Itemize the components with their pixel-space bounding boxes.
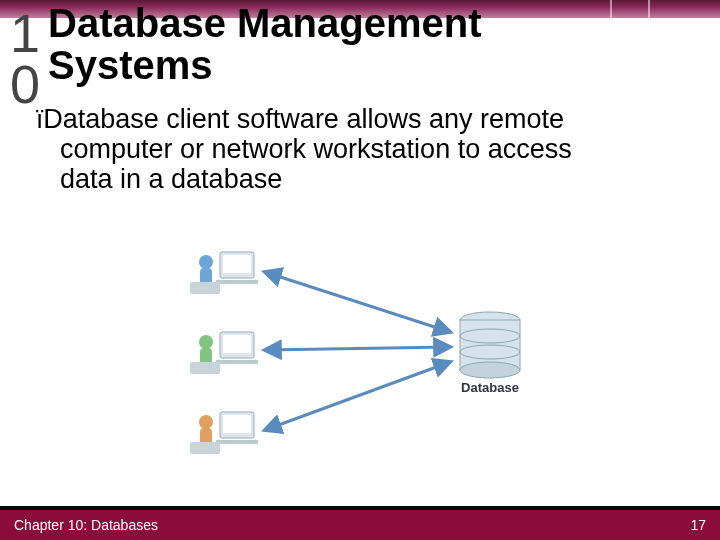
slide-title: Database Management Systems <box>48 2 481 86</box>
database-label: Database <box>461 380 519 395</box>
svg-rect-5 <box>190 282 220 294</box>
connection-arrow <box>265 362 450 430</box>
body-line: computer or network workstation to acces… <box>60 134 572 164</box>
body-line: data in a database <box>60 164 282 194</box>
body-text: ïDatabase client software allows any rem… <box>36 104 702 195</box>
client-workstation <box>190 332 258 374</box>
title-line: Database Management <box>48 1 481 45</box>
footer-bar: Chapter 10: Databases 17 <box>0 510 720 540</box>
svg-rect-2 <box>216 280 258 284</box>
svg-point-20 <box>460 362 520 378</box>
svg-rect-17 <box>190 442 220 454</box>
client-server-diagram: Database <box>170 232 550 472</box>
chapter-number-digit: 1 <box>10 8 38 59</box>
title-line: Systems <box>48 43 213 87</box>
body-line: Database client software allows any remo… <box>43 104 564 134</box>
svg-rect-1 <box>223 255 251 273</box>
connection-arrow <box>265 347 450 350</box>
svg-rect-7 <box>223 335 251 353</box>
footer-page-number: 17 <box>690 517 706 533</box>
svg-rect-14 <box>216 440 258 444</box>
svg-rect-13 <box>223 415 251 433</box>
chapter-number-digit: 0 <box>10 59 38 110</box>
client-workstation <box>190 252 258 294</box>
svg-point-3 <box>199 255 213 269</box>
database-icon <box>460 312 520 378</box>
svg-rect-11 <box>190 362 220 374</box>
svg-rect-8 <box>216 360 258 364</box>
svg-point-9 <box>199 335 213 349</box>
svg-point-15 <box>199 415 213 429</box>
chapter-number: 1 0 <box>10 8 38 111</box>
client-workstation <box>190 412 258 454</box>
footer-chapter-label: Chapter 10: Databases <box>14 517 158 533</box>
connection-arrow <box>265 272 450 332</box>
